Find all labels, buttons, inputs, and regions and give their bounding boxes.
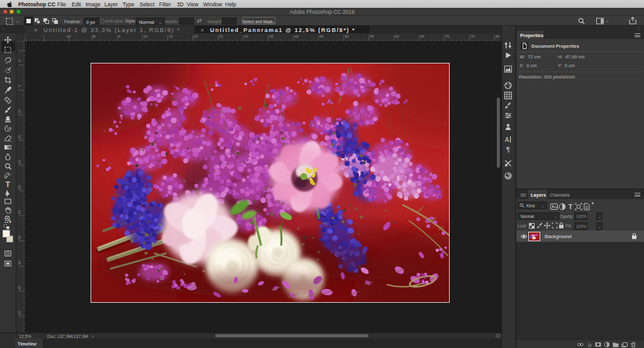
svg-text:T: T [569, 203, 573, 210]
svg-text:T: T [6, 181, 11, 188]
svg-text:¶: ¶ [506, 146, 510, 153]
svg-text:fx: fx [588, 342, 592, 347]
svg-text:A: A [505, 136, 509, 143]
